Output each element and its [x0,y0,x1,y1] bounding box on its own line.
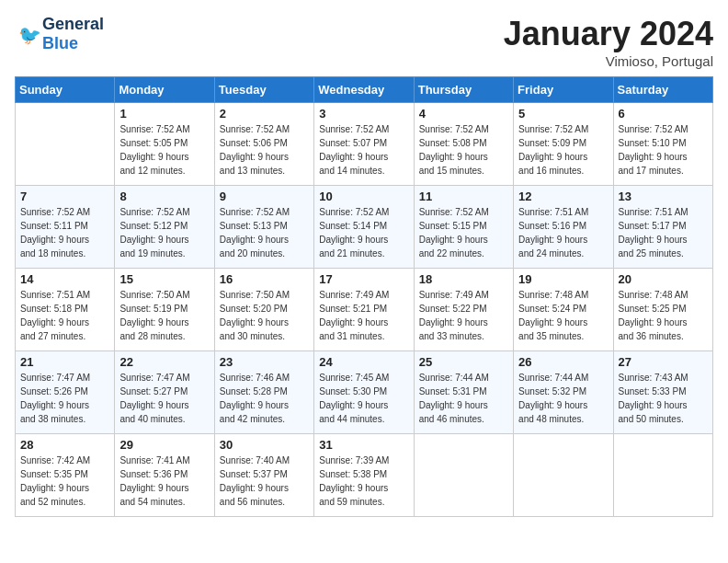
page-header: 🐦 General Blue January 2024 Vimioso, Por… [15,15,713,69]
day-number: 29 [119,438,209,452]
day-info: Sunrise: 7:52 AMSunset: 5:06 PMDaylight:… [220,122,309,178]
day-number: 8 [119,190,209,203]
week-row-1: 1Sunrise: 7:52 AMSunset: 5:05 PMDaylight… [16,103,713,186]
calendar-cell: 15Sunrise: 7:50 AMSunset: 5:19 PMDayligh… [115,269,214,351]
day-number: 3 [319,107,408,121]
col-header-monday: Monday [115,77,214,103]
logo: 🐦 General Blue [15,15,104,53]
logo-blue-text: Blue [42,34,78,52]
logo-general-text: General [42,15,104,33]
calendar-cell: 26Sunrise: 7:44 AMSunset: 5:32 PMDayligh… [514,351,613,434]
day-number: 25 [419,355,508,369]
day-number: 1 [119,107,209,121]
day-number: 26 [518,355,608,369]
day-info: Sunrise: 7:42 AMSunset: 5:35 PMDaylight:… [20,454,109,509]
day-info: Sunrise: 7:47 AMSunset: 5:26 PMDaylight:… [20,371,109,426]
calendar-cell: 22Sunrise: 7:47 AMSunset: 5:27 PMDayligh… [115,351,214,434]
day-number: 11 [419,190,508,203]
calendar-cell: 23Sunrise: 7:46 AMSunset: 5:28 PMDayligh… [214,351,313,434]
day-number: 2 [220,107,309,121]
day-info: Sunrise: 7:52 AMSunset: 5:10 PMDaylight:… [619,122,708,178]
day-info: Sunrise: 7:46 AMSunset: 5:28 PMDaylight:… [220,371,309,426]
day-info: Sunrise: 7:47 AMSunset: 5:27 PMDaylight:… [119,371,209,426]
calendar-cell: 31Sunrise: 7:39 AMSunset: 5:38 PMDayligh… [314,434,414,517]
col-header-saturday: Saturday [613,77,712,103]
day-number: 13 [619,190,708,203]
day-number: 9 [220,190,309,203]
calendar-cell [414,434,513,517]
day-info: Sunrise: 7:41 AMSunset: 5:36 PMDaylight:… [119,454,209,509]
day-number: 22 [119,355,209,369]
calendar-cell: 12Sunrise: 7:51 AMSunset: 5:16 PMDayligh… [514,186,613,269]
calendar-cell: 11Sunrise: 7:52 AMSunset: 5:15 PMDayligh… [414,186,513,269]
week-row-4: 21Sunrise: 7:47 AMSunset: 5:26 PMDayligh… [16,351,713,434]
day-number: 28 [20,438,109,452]
day-info: Sunrise: 7:52 AMSunset: 5:11 PMDaylight:… [20,205,109,260]
calendar-cell: 25Sunrise: 7:44 AMSunset: 5:31 PMDayligh… [414,351,513,434]
day-info: Sunrise: 7:50 AMSunset: 5:19 PMDaylight:… [119,288,209,343]
calendar-cell: 19Sunrise: 7:48 AMSunset: 5:24 PMDayligh… [514,269,613,351]
month-title: January 2024 [504,15,713,53]
col-header-friday: Friday [514,77,613,103]
col-header-tuesday: Tuesday [214,77,313,103]
day-info: Sunrise: 7:52 AMSunset: 5:05 PMDaylight:… [119,122,209,178]
calendar-cell: 20Sunrise: 7:48 AMSunset: 5:25 PMDayligh… [613,269,712,351]
col-header-thursday: Thursday [414,77,513,103]
day-info: Sunrise: 7:52 AMSunset: 5:15 PMDaylight:… [419,205,508,260]
day-info: Sunrise: 7:44 AMSunset: 5:32 PMDaylight:… [518,371,608,426]
calendar-cell: 5Sunrise: 7:52 AMSunset: 5:09 PMDaylight… [514,103,613,186]
calendar-cell: 16Sunrise: 7:50 AMSunset: 5:20 PMDayligh… [214,269,313,351]
calendar-cell: 1Sunrise: 7:52 AMSunset: 5:05 PMDaylight… [115,103,214,186]
calendar-cell: 17Sunrise: 7:49 AMSunset: 5:21 PMDayligh… [314,269,414,351]
calendar-cell: 30Sunrise: 7:40 AMSunset: 5:37 PMDayligh… [214,434,313,517]
day-info: Sunrise: 7:44 AMSunset: 5:31 PMDaylight:… [419,371,508,426]
day-info: Sunrise: 7:45 AMSunset: 5:30 PMDaylight:… [319,371,408,426]
day-info: Sunrise: 7:43 AMSunset: 5:33 PMDaylight:… [619,371,708,426]
day-number: 14 [20,272,109,286]
calendar-cell: 14Sunrise: 7:51 AMSunset: 5:18 PMDayligh… [16,269,115,351]
calendar-cell: 27Sunrise: 7:43 AMSunset: 5:33 PMDayligh… [613,351,712,434]
day-number: 30 [220,438,309,452]
day-info: Sunrise: 7:52 AMSunset: 5:14 PMDaylight:… [319,205,408,260]
header-row: SundayMondayTuesdayWednesdayThursdayFrid… [16,77,713,103]
day-number: 24 [319,355,408,369]
day-number: 23 [220,355,309,369]
day-info: Sunrise: 7:52 AMSunset: 5:08 PMDaylight:… [419,122,508,178]
day-info: Sunrise: 7:52 AMSunset: 5:09 PMDaylight:… [518,122,608,178]
day-number: 12 [518,190,608,203]
day-info: Sunrise: 7:49 AMSunset: 5:22 PMDaylight:… [419,288,508,343]
calendar-cell: 8Sunrise: 7:52 AMSunset: 5:12 PMDaylight… [115,186,214,269]
calendar-cell: 21Sunrise: 7:47 AMSunset: 5:26 PMDayligh… [16,351,115,434]
day-number: 18 [419,272,508,286]
calendar-cell: 29Sunrise: 7:41 AMSunset: 5:36 PMDayligh… [115,434,214,517]
day-number: 21 [20,355,109,369]
day-info: Sunrise: 7:51 AMSunset: 5:16 PMDaylight:… [518,205,608,260]
logo-icon: 🐦 [17,21,42,47]
week-row-2: 7Sunrise: 7:52 AMSunset: 5:11 PMDaylight… [16,186,713,269]
day-number: 17 [319,272,408,286]
col-header-sunday: Sunday [16,77,115,103]
day-number: 16 [220,272,309,286]
day-info: Sunrise: 7:48 AMSunset: 5:24 PMDaylight:… [518,288,608,343]
col-header-wednesday: Wednesday [314,77,414,103]
day-number: 20 [619,272,708,286]
calendar-cell: 24Sunrise: 7:45 AMSunset: 5:30 PMDayligh… [314,351,414,434]
day-number: 4 [419,107,508,121]
calendar-cell: 7Sunrise: 7:52 AMSunset: 5:11 PMDaylight… [16,186,115,269]
day-number: 5 [518,107,608,121]
day-number: 10 [319,190,408,203]
week-row-3: 14Sunrise: 7:51 AMSunset: 5:18 PMDayligh… [16,269,713,351]
day-info: Sunrise: 7:39 AMSunset: 5:38 PMDaylight:… [319,454,408,509]
day-number: 31 [319,438,408,452]
calendar-cell: 13Sunrise: 7:51 AMSunset: 5:17 PMDayligh… [613,186,712,269]
svg-text:🐦: 🐦 [18,24,41,46]
day-number: 6 [619,107,708,121]
calendar-cell: 9Sunrise: 7:52 AMSunset: 5:13 PMDaylight… [214,186,313,269]
day-info: Sunrise: 7:49 AMSunset: 5:21 PMDaylight:… [319,288,408,343]
calendar-cell: 2Sunrise: 7:52 AMSunset: 5:06 PMDaylight… [214,103,313,186]
calendar-cell: 10Sunrise: 7:52 AMSunset: 5:14 PMDayligh… [314,186,414,269]
day-info: Sunrise: 7:40 AMSunset: 5:37 PMDaylight:… [220,454,309,509]
location-title: Vimioso, Portugal [504,53,713,69]
day-info: Sunrise: 7:51 AMSunset: 5:17 PMDaylight:… [619,205,708,260]
calendar-cell [613,434,712,517]
